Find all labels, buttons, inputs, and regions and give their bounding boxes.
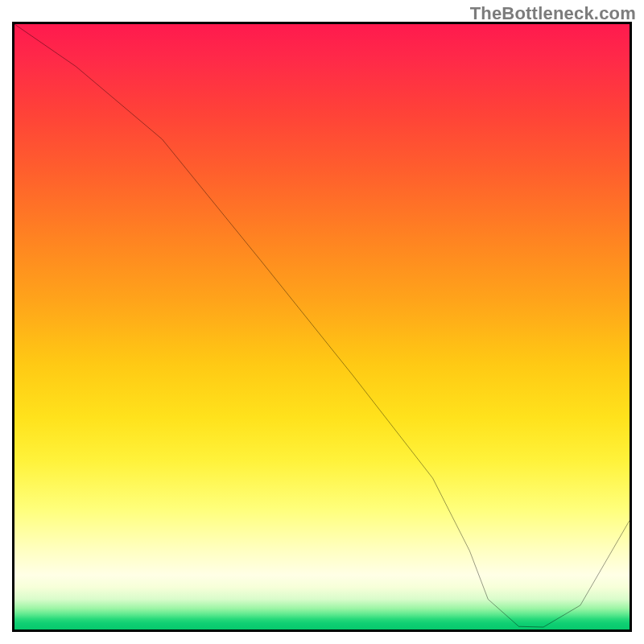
- plot-frame: [12, 22, 632, 632]
- line-path: [14, 24, 630, 627]
- bottleneck-line-series: [14, 24, 630, 630]
- plot-area: [14, 24, 630, 630]
- chart-page: TheBottleneck.com: [0, 0, 644, 644]
